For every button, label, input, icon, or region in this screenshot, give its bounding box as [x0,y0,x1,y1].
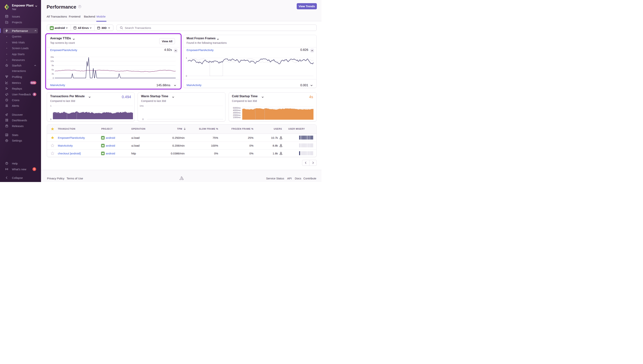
svg-text:0: 0 [50,118,52,120]
svg-text:0: 0 [186,75,187,77]
svg-text:1: 1 [186,57,187,59]
svg-text:1000ms: 1000ms [233,116,241,118]
svg-text:?: ? [79,6,80,8]
svg-text:2000ms: 2000ms [233,114,241,116]
svg-text:3000ms: 3000ms [233,112,241,114]
svg-text:1ms: 1ms [140,105,144,107]
svg-text:5000ms: 5000ms [233,107,241,109]
svg-text:4000ms: 4000ms [233,109,241,112]
svg-text:1: 1 [50,105,52,107]
svg-text:0: 0 [142,118,144,120]
